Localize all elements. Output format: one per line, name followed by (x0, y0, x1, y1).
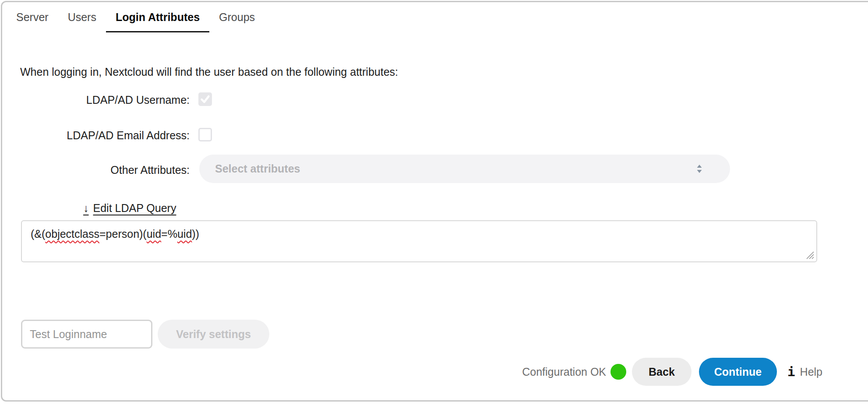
email-checkbox[interactable] (198, 128, 212, 141)
tab-login-attributes[interactable]: Login Attributes (106, 11, 209, 32)
test-loginname-input[interactable] (21, 320, 152, 349)
query-word-uid: uid (147, 228, 161, 240)
other-attributes-label: Other Attributes: (0, 164, 190, 176)
ldap-query-text: (&(objectclass=person)(uid=%uid)) (31, 228, 199, 240)
username-label: LDAP/AD Username: (0, 94, 190, 106)
edit-ldap-query-label: Edit LDAP Query (93, 202, 176, 214)
status-ok-indicator (610, 364, 626, 380)
down-arrow-icon: ↓ (83, 202, 89, 214)
verify-settings-button[interactable]: Verify settings (158, 320, 269, 349)
configuration-status-label: Configuration OK (522, 366, 606, 378)
tab-server[interactable]: Server (7, 11, 58, 32)
help-link[interactable]: i Help (787, 364, 822, 379)
back-button[interactable]: Back (632, 358, 692, 386)
wizard-footer: Configuration OK Back Continue i Help (522, 357, 822, 387)
query-word-objectclass: objectclass (45, 228, 99, 240)
intro-text: When logging in, Nextcloud will find the… (20, 66, 398, 78)
tab-bar: Server Users Login Attributes Groups (7, 11, 265, 32)
checkmark-icon (200, 94, 210, 104)
ldap-query-textarea[interactable]: (&(objectclass=person)(uid=%uid)) (21, 220, 817, 262)
select-placeholder: Select attributes (215, 155, 300, 183)
sort-arrows-icon (696, 164, 703, 173)
query-word-uid: uid (177, 228, 192, 240)
username-checkbox[interactable] (198, 92, 212, 106)
help-label: Help (800, 366, 822, 378)
ldap-wizard: Server Users Login Attributes Groups Whe… (0, 0, 868, 409)
query-part: )) (192, 228, 199, 240)
tab-users[interactable]: Users (58, 11, 106, 32)
tab-groups[interactable]: Groups (209, 11, 265, 32)
textarea-resize-handle[interactable] (805, 250, 815, 260)
continue-button[interactable]: Continue (699, 358, 777, 386)
other-attributes-select[interactable]: Select attributes (199, 155, 730, 183)
info-icon: i (787, 364, 795, 379)
query-part: (&( (31, 228, 45, 240)
email-label: LDAP/AD Email Address: (0, 129, 190, 142)
query-part: =person)( (99, 228, 147, 240)
edit-ldap-query-link[interactable]: ↓Edit LDAP Query (83, 202, 176, 215)
query-part: =% (161, 228, 177, 240)
